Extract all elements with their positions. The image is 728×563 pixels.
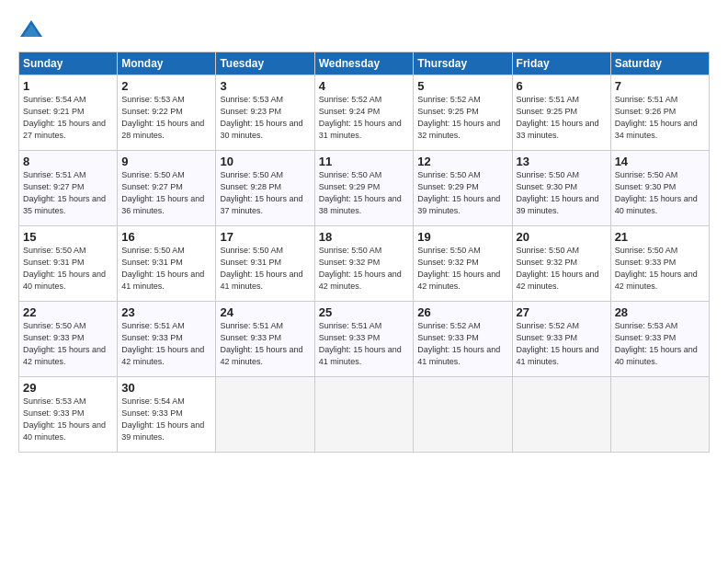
day-info: Sunrise: 5:53 AMSunset: 9:33 PMDaylight:… <box>615 320 705 368</box>
day-info: Sunrise: 5:53 AMSunset: 9:33 PMDaylight:… <box>23 396 113 443</box>
day-info: Sunrise: 5:50 AMSunset: 9:32 PMDaylight:… <box>319 245 410 293</box>
day-info: Sunrise: 5:50 AMSunset: 9:33 PMDaylight:… <box>23 320 113 368</box>
day-cell: 4Sunrise: 5:52 AMSunset: 9:24 PMDaylight… <box>314 75 414 151</box>
day-cell: 5Sunrise: 5:52 AMSunset: 9:25 PMDaylight… <box>414 75 512 151</box>
day-cell <box>512 377 610 453</box>
day-cell: 16Sunrise: 5:50 AMSunset: 9:31 PMDayligh… <box>118 226 216 302</box>
day-number: 20 <box>517 230 607 244</box>
day-info: Sunrise: 5:51 AMSunset: 9:33 PMDaylight:… <box>220 320 310 368</box>
day-number: 6 <box>517 79 607 93</box>
day-cell: 9Sunrise: 5:50 AMSunset: 9:27 PMDaylight… <box>118 151 216 226</box>
day-number: 22 <box>23 305 113 319</box>
day-cell: 2Sunrise: 5:53 AMSunset: 9:22 PMDaylight… <box>118 75 216 151</box>
day-number: 12 <box>417 155 507 168</box>
day-info: Sunrise: 5:52 AMSunset: 9:33 PMDaylight:… <box>417 320 507 368</box>
day-cell: 19Sunrise: 5:50 AMSunset: 9:32 PMDayligh… <box>414 226 512 302</box>
day-number: 14 <box>615 155 705 168</box>
day-number: 23 <box>121 305 211 319</box>
day-info: Sunrise: 5:51 AMSunset: 9:27 PMDaylight:… <box>23 169 113 217</box>
day-cell: 27Sunrise: 5:52 AMSunset: 9:33 PMDayligh… <box>512 302 610 377</box>
day-info: Sunrise: 5:51 AMSunset: 9:26 PMDaylight:… <box>615 94 705 142</box>
day-number: 1 <box>23 79 113 93</box>
day-cell: 14Sunrise: 5:50 AMSunset: 9:30 PMDayligh… <box>610 151 709 226</box>
day-info: Sunrise: 5:50 AMSunset: 9:31 PMDaylight:… <box>121 245 211 293</box>
day-cell: 15Sunrise: 5:50 AMSunset: 9:31 PMDayligh… <box>19 226 118 302</box>
day-cell: 23Sunrise: 5:51 AMSunset: 9:33 PMDayligh… <box>118 302 216 377</box>
day-cell: 10Sunrise: 5:50 AMSunset: 9:28 PMDayligh… <box>216 151 314 226</box>
day-info: Sunrise: 5:50 AMSunset: 9:28 PMDaylight:… <box>220 169 310 217</box>
day-info: Sunrise: 5:50 AMSunset: 9:27 PMDaylight:… <box>121 169 211 217</box>
col-header-wednesday: Wednesday <box>314 52 414 75</box>
day-number: 15 <box>23 230 113 244</box>
day-number: 25 <box>319 305 410 319</box>
day-info: Sunrise: 5:52 AMSunset: 9:25 PMDaylight:… <box>417 94 507 142</box>
day-number: 27 <box>517 305 607 319</box>
col-header-tuesday: Tuesday <box>216 52 314 75</box>
day-cell: 3Sunrise: 5:53 AMSunset: 9:23 PMDaylight… <box>216 75 314 151</box>
day-info: Sunrise: 5:53 AMSunset: 9:22 PMDaylight:… <box>121 94 211 142</box>
day-info: Sunrise: 5:54 AMSunset: 9:33 PMDaylight:… <box>121 396 211 443</box>
day-cell <box>216 377 314 453</box>
col-header-friday: Friday <box>512 52 610 75</box>
day-cell: 1Sunrise: 5:54 AMSunset: 9:21 PMDaylight… <box>19 75 118 151</box>
day-number: 17 <box>220 230 310 244</box>
day-number: 18 <box>319 230 410 244</box>
day-cell: 22Sunrise: 5:50 AMSunset: 9:33 PMDayligh… <box>19 302 118 377</box>
col-header-saturday: Saturday <box>610 52 709 75</box>
calendar: SundayMondayTuesdayWednesdayThursdayFrid… <box>18 52 710 453</box>
day-number: 3 <box>220 79 310 93</box>
day-info: Sunrise: 5:50 AMSunset: 9:30 PMDaylight:… <box>615 169 705 217</box>
day-info: Sunrise: 5:50 AMSunset: 9:31 PMDaylight:… <box>220 245 310 293</box>
day-cell: 6Sunrise: 5:51 AMSunset: 9:25 PMDaylight… <box>512 75 610 151</box>
day-cell: 28Sunrise: 5:53 AMSunset: 9:33 PMDayligh… <box>610 302 709 377</box>
day-info: Sunrise: 5:52 AMSunset: 9:24 PMDaylight:… <box>319 94 410 142</box>
day-number: 16 <box>121 230 211 244</box>
week-row-1: 1Sunrise: 5:54 AMSunset: 9:21 PMDaylight… <box>19 75 710 151</box>
header <box>18 17 710 42</box>
col-header-thursday: Thursday <box>414 52 512 75</box>
day-cell: 30Sunrise: 5:54 AMSunset: 9:33 PMDayligh… <box>118 377 216 453</box>
day-number: 28 <box>615 305 705 319</box>
day-info: Sunrise: 5:51 AMSunset: 9:33 PMDaylight:… <box>319 320 410 368</box>
day-cell <box>414 377 512 453</box>
day-info: Sunrise: 5:50 AMSunset: 9:32 PMDaylight:… <box>517 245 607 293</box>
day-info: Sunrise: 5:50 AMSunset: 9:29 PMDaylight:… <box>417 169 507 217</box>
day-number: 4 <box>319 79 410 93</box>
day-info: Sunrise: 5:50 AMSunset: 9:31 PMDaylight:… <box>23 245 113 293</box>
day-cell: 12Sunrise: 5:50 AMSunset: 9:29 PMDayligh… <box>414 151 512 226</box>
logo <box>18 17 49 42</box>
day-info: Sunrise: 5:50 AMSunset: 9:32 PMDaylight:… <box>417 245 507 293</box>
logo-icon <box>18 17 44 42</box>
day-cell: 24Sunrise: 5:51 AMSunset: 9:33 PMDayligh… <box>216 302 314 377</box>
day-info: Sunrise: 5:54 AMSunset: 9:21 PMDaylight:… <box>23 94 113 142</box>
day-cell: 11Sunrise: 5:50 AMSunset: 9:29 PMDayligh… <box>314 151 414 226</box>
day-number: 10 <box>220 155 310 168</box>
day-number: 5 <box>417 79 507 93</box>
day-info: Sunrise: 5:51 AMSunset: 9:33 PMDaylight:… <box>121 320 211 368</box>
week-row-2: 8Sunrise: 5:51 AMSunset: 9:27 PMDaylight… <box>19 151 710 226</box>
day-number: 8 <box>23 155 113 168</box>
day-cell: 7Sunrise: 5:51 AMSunset: 9:26 PMDaylight… <box>610 75 709 151</box>
col-header-sunday: Sunday <box>19 52 118 75</box>
day-cell: 8Sunrise: 5:51 AMSunset: 9:27 PMDaylight… <box>19 151 118 226</box>
day-cell <box>314 377 414 453</box>
day-number: 26 <box>417 305 507 319</box>
day-info: Sunrise: 5:50 AMSunset: 9:33 PMDaylight:… <box>615 245 705 293</box>
day-number: 7 <box>615 79 705 93</box>
day-info: Sunrise: 5:51 AMSunset: 9:25 PMDaylight:… <box>517 94 607 142</box>
day-number: 30 <box>121 381 211 395</box>
calendar-header-row: SundayMondayTuesdayWednesdayThursdayFrid… <box>19 52 710 75</box>
day-info: Sunrise: 5:50 AMSunset: 9:29 PMDaylight:… <box>319 169 410 217</box>
day-number: 2 <box>121 79 211 93</box>
day-cell: 21Sunrise: 5:50 AMSunset: 9:33 PMDayligh… <box>610 226 709 302</box>
day-cell: 17Sunrise: 5:50 AMSunset: 9:31 PMDayligh… <box>216 226 314 302</box>
day-cell <box>610 377 709 453</box>
day-number: 19 <box>417 230 507 244</box>
week-row-4: 22Sunrise: 5:50 AMSunset: 9:33 PMDayligh… <box>19 302 710 377</box>
day-number: 29 <box>23 381 113 395</box>
day-number: 9 <box>121 155 211 168</box>
day-number: 13 <box>517 155 607 168</box>
day-number: 11 <box>319 155 410 168</box>
day-number: 21 <box>615 230 705 244</box>
day-cell: 26Sunrise: 5:52 AMSunset: 9:33 PMDayligh… <box>414 302 512 377</box>
